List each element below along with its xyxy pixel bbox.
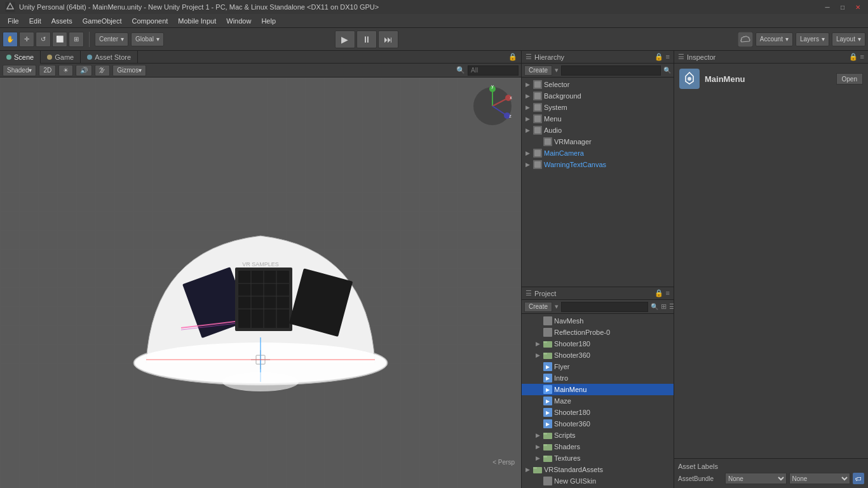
tree-arrow-icon: ▶ (526, 116, 533, 122)
account-dropdown[interactable]: Account ▾ (756, 32, 793, 46)
svg-text:▶: ▶ (546, 364, 550, 370)
hierarchy-item[interactable]: ▶WarningTextCanvas (522, 159, 674, 170)
space-label: Global (135, 36, 154, 43)
space-dropdown[interactable]: Global ▾ (131, 32, 164, 46)
hierarchy-item[interactable]: ▶Menu (522, 113, 674, 125)
project-search-input[interactable] (561, 302, 648, 312)
scale-tool-button[interactable]: ⬜ (52, 32, 67, 47)
gizmos-button[interactable]: Gizmos ▾ (112, 65, 146, 76)
hierarchy-item[interactable]: VRManager (522, 136, 674, 147)
asset-tag-icon[interactable]: 🏷 (853, 473, 864, 484)
project-item[interactable]: ▶Scripts (522, 430, 674, 441)
hierarchy-menu-icon[interactable]: ≡ (666, 53, 670, 61)
minimize-button[interactable]: ─ (822, 2, 832, 12)
shading-button[interactable]: Shaded ▾ (3, 65, 36, 76)
inspector-panel: ☰ Inspector 🔒 ≡ MainMenu Open (674, 51, 868, 488)
tab-asset-store[interactable]: Asset Store (81, 51, 138, 64)
project-item[interactable]: ▶Flyer (522, 361, 674, 372)
menu-item-component[interactable]: Component (126, 14, 173, 28)
project-view-toggle-icon[interactable]: ⊞ (661, 302, 667, 311)
2d-button[interactable]: 2D (39, 65, 56, 76)
asset-labels-title: Asset Labels (678, 463, 864, 470)
menu-item-assets[interactable]: Assets (46, 14, 78, 28)
asset-variant-select[interactable]: None (789, 473, 851, 484)
layout-label: Layout (836, 36, 855, 43)
project-item[interactable]: ▶Shooter360 (522, 418, 674, 430)
hierarchy-item[interactable]: ▶Selector (522, 79, 674, 90)
project-item[interactable]: ▶Shaders (522, 441, 674, 452)
svg-rect-54 (543, 328, 552, 337)
viewport[interactable]: VR SAMPLES (0, 78, 521, 488)
tree-item-label: WarningTextCanvas (544, 161, 606, 168)
project-item-label: Shooter360 (554, 351, 590, 359)
pause-button[interactable]: ⏸ (356, 30, 377, 48)
project-item[interactable]: NavMesh (522, 315, 674, 327)
close-button[interactable]: ✕ (853, 2, 863, 12)
inspector-dots-icon[interactable]: ≡ (860, 53, 864, 61)
svg-rect-52 (534, 161, 541, 168)
hierarchy-search-input[interactable] (561, 65, 661, 76)
project-item[interactable]: ▶Intro (522, 372, 674, 384)
project-item[interactable]: ReflectionProbe-0 (522, 327, 674, 338)
project-item[interactable]: ▶Textures (522, 452, 674, 464)
folder-icon (533, 465, 542, 474)
tab-scene[interactable]: Scene (0, 51, 41, 64)
hierarchy-icon: ☰ (526, 53, 532, 61)
inspector-lock-icon[interactable]: 🔒 (849, 53, 858, 61)
tree-arrow-icon: ▶ (536, 432, 543, 438)
project-create-button[interactable]: Create (524, 302, 552, 312)
menu-item-file[interactable]: File (3, 14, 24, 28)
main-layout: Scene Game Asset Store 🔒 Shaded ▾ 2D ☀ 🔊… (0, 51, 868, 488)
inspector-object: MainMenu Open (679, 69, 863, 89)
search-icon: 🔍 (456, 66, 465, 74)
hand-tool-button[interactable]: ✋ (3, 32, 18, 47)
maximize-button[interactable]: □ (837, 2, 848, 12)
tree-arrow-icon: ▶ (526, 93, 533, 99)
project-item[interactable]: ▶VRStandardAssets (522, 464, 674, 475)
menu-item-window[interactable]: Window (221, 14, 256, 28)
project-item[interactable]: New GUISkin (522, 475, 674, 487)
game-tab-label: Game (55, 53, 74, 61)
hierarchy-item[interactable]: ▶Background (522, 90, 674, 102)
move-tool-button[interactable]: ✛ (19, 32, 34, 47)
asset-bundle-select[interactable]: None (725, 473, 787, 484)
lights-button[interactable]: ☀ (58, 65, 73, 76)
project-panel: ☰ Project 🔒 ≡ Create ▾ 🔍 ⊞ ☰ NavMesh Ref… (522, 287, 674, 488)
hierarchy-create-button[interactable]: Create (524, 65, 552, 76)
menu-item-mobile input[interactable]: Mobile Input (173, 14, 221, 28)
project-item[interactable]: ▶Shooter180 (522, 338, 674, 349)
audio-button[interactable]: 🔊 (76, 65, 92, 76)
panel-lock-icon[interactable]: 🔒 (505, 53, 521, 61)
project-item[interactable]: ▶Maze (522, 395, 674, 407)
project-lock-icon[interactable]: 🔒 (654, 289, 663, 297)
cloud-icon[interactable] (738, 32, 753, 47)
layout-dropdown[interactable]: Layout ▾ (832, 32, 865, 46)
3d-object: VR SAMPLES (108, 185, 413, 402)
hierarchy-item[interactable]: ▶System (522, 102, 674, 113)
rect-tool-button[interactable]: ⊞ (69, 32, 84, 47)
project-menu-icon[interactable]: ≡ (666, 289, 670, 297)
play-button[interactable]: ▶ (335, 30, 355, 48)
tree-arrow-icon: ▶ (526, 161, 533, 168)
project-item[interactable]: ▶MainMenu (522, 384, 674, 395)
effects-button[interactable]: 🌫 (95, 65, 110, 76)
project-item[interactable]: ▶Shooter360 (522, 349, 674, 361)
tree-item-label: System (544, 104, 567, 111)
scene-mesh: VR SAMPLES (108, 185, 413, 401)
tab-game[interactable]: Game (41, 51, 81, 64)
project-item[interactable]: ▶Shooter180 (522, 407, 674, 418)
menu-item-help[interactable]: Help (256, 14, 281, 28)
menu-item-edit[interactable]: Edit (24, 14, 46, 28)
pivot-dropdown[interactable]: Center ▾ (95, 32, 128, 46)
hierarchy-lock-icon[interactable]: 🔒 (654, 53, 663, 61)
tree-arrow-icon: ▶ (536, 341, 543, 347)
layers-dropdown[interactable]: Layers ▾ (796, 32, 829, 46)
menu-item-gameobject[interactable]: GameObject (78, 14, 127, 28)
unity-logo-icon (5, 2, 15, 12)
rotate-tool-button[interactable]: ↺ (36, 32, 51, 47)
scene-search-input[interactable] (468, 65, 519, 76)
hierarchy-item[interactable]: ▶MainCamera (522, 147, 674, 159)
inspector-open-button[interactable]: Open (836, 73, 863, 85)
hierarchy-item[interactable]: ▶Audio (522, 125, 674, 136)
step-button[interactable]: ⏭ (378, 30, 398, 48)
